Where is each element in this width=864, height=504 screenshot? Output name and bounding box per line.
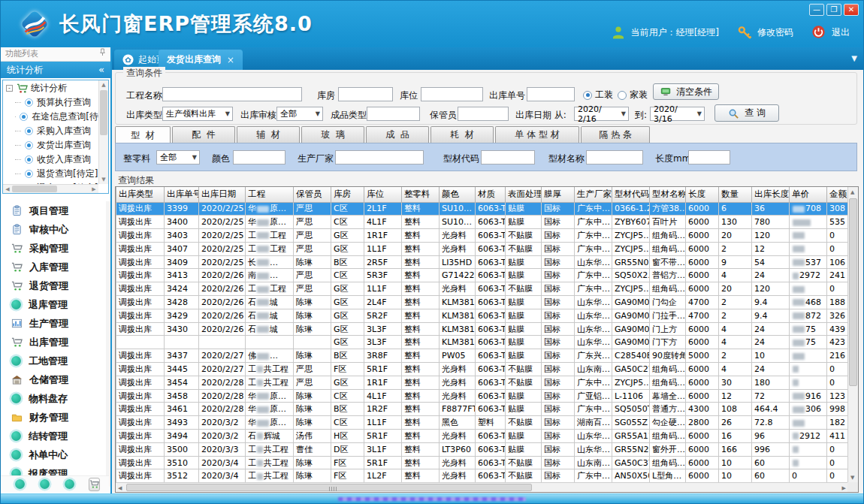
- search-button[interactable]: 查 询: [714, 104, 779, 122]
- material-tab[interactable]: 隔 热 条: [581, 126, 650, 143]
- tab-overflow-icon[interactable]: ▼: [851, 54, 857, 62]
- product-type-input[interactable]: [367, 107, 420, 121]
- table-row[interactable]: 调拨出库34292020/2/26石城陈琳G区5R2F整料KLM38176063…: [116, 309, 849, 322]
- column-header[interactable]: 单价: [790, 187, 827, 202]
- module-dot-icon[interactable]: [65, 479, 74, 489]
- sidebar-menu-item[interactable]: 审核中心: [1, 220, 109, 239]
- table-row[interactable]: 调拨出库34242020/2/26工工程严思G区1L1F整料光身料6063-T5…: [116, 282, 849, 296]
- table-row[interactable]: 调拨出库34092020/2/25长…陈琳B区2R5F整料LI35HD6063-…: [116, 255, 849, 269]
- color-input[interactable]: [233, 150, 285, 164]
- table-row[interactable]: 调拨出库34072020/2/25工工程严思G区1L1F整料光身料6063-T5…: [116, 242, 849, 255]
- material-tab[interactable]: 单 体 型 材: [495, 126, 579, 143]
- tree-root-node[interactable]: - 统计分析: [3, 80, 98, 95]
- tree-item[interactable]: 采购入库查询: [3, 124, 98, 138]
- sidebar-menu-item[interactable]: 退库管理: [1, 295, 109, 314]
- tab-shipping-outbound-query[interactable]: 发货出库查询 ×: [159, 50, 243, 70]
- column-header[interactable]: 出库类型: [116, 187, 165, 202]
- profile-name-input[interactable]: [586, 150, 643, 164]
- column-header[interactable]: 出库长度: [752, 187, 790, 202]
- sidebar-menu-scrollbar[interactable]: [106, 201, 110, 487]
- table-row[interactable]: 调拨出库34942020/3/2石辉城汤伟H区5R1F整料光身料6063-T5贴…: [116, 430, 849, 443]
- material-tab[interactable]: 配 件: [172, 126, 235, 143]
- radio-gongzhuang[interactable]: 工装: [583, 89, 613, 101]
- table-row[interactable]: 调拨出库35002020/3/3工共工程曹佳D区3L1F整料LT3P606063…: [116, 442, 849, 456]
- manufacturer-input[interactable]: [335, 150, 424, 164]
- column-header[interactable]: 金额: [827, 187, 849, 202]
- module-dot-icon[interactable]: [15, 479, 25, 489]
- column-header[interactable]: 数量: [719, 187, 752, 202]
- sidebar-section-header[interactable]: 统计分析 «: [1, 62, 110, 78]
- column-header[interactable]: 颜色: [440, 187, 476, 202]
- pin-icon[interactable]: [99, 47, 106, 61]
- column-header[interactable]: 膜厚: [542, 187, 575, 202]
- vertical-scrollbar[interactable]: ▲ ▼: [847, 187, 858, 483]
- tree-item[interactable]: 收货入库查询: [3, 152, 98, 167]
- sidebar-menu-item[interactable]: 财务管理: [1, 408, 109, 427]
- sidebar-menu-item[interactable]: 采购管理: [1, 239, 109, 258]
- column-header[interactable]: 整零料: [402, 187, 440, 202]
- profile-code-input[interactable]: [481, 150, 535, 164]
- table-row[interactable]: 调拨出库34282020/2/26石城陈琳G区2L4F整料KLM38176063…: [116, 296, 849, 309]
- tree-item[interactable]: 退货查询[待定]: [3, 167, 98, 181]
- tree-item[interactable]: 发货出库查询: [3, 138, 98, 152]
- module-dot-icon[interactable]: [40, 479, 50, 489]
- table-row[interactable]: 调拨出库34542020/2/28工共工程严思G区1R1F整料光身料6063-T…: [116, 376, 849, 389]
- warehouse-input[interactable]: [338, 87, 393, 101]
- sidebar-menu-item[interactable]: 工地管理: [1, 352, 109, 370]
- horizontal-scrollbar[interactable]: ◀ ▶: [116, 482, 848, 492]
- material-tab[interactable]: 耗 材: [430, 126, 494, 143]
- table-row[interactable]: 调拨出库35102020/3/4工共工程陈琳F区5R1F整料光身料6063-T5…: [116, 456, 849, 469]
- tree-vertical-scrollbar[interactable]: ▲▼: [98, 80, 108, 184]
- length-input[interactable]: [688, 150, 730, 164]
- maximize-button[interactable]: ❐: [826, 4, 841, 16]
- column-header[interactable]: 工程: [246, 187, 294, 202]
- material-tab[interactable]: 成 品: [366, 126, 429, 143]
- collapse-icon[interactable]: «: [98, 62, 104, 78]
- table-row[interactable]: 调拨出库34452020/2/27工共工程严思F区5R1F整料光身料6063-T…: [116, 363, 849, 376]
- tree-expand-icon[interactable]: -: [6, 85, 13, 92]
- cart-module-button[interactable]: [89, 478, 100, 491]
- sidebar-menu-item[interactable]: 出库管理: [1, 333, 109, 352]
- radio-jiazhuang[interactable]: 家装: [618, 89, 648, 101]
- close-button[interactable]: ✕: [844, 4, 859, 16]
- sidebar-menu-item[interactable]: 物料盘存: [1, 389, 109, 408]
- tab-close-icon[interactable]: ×: [227, 55, 234, 65]
- column-header[interactable]: 库房: [331, 187, 364, 202]
- horizontal-scrollbar-thumb[interactable]: [126, 484, 532, 491]
- date-from-picker[interactable]: 2020/ 2/16▼: [574, 107, 629, 121]
- table-row[interactable]: G区3L3F整料KLM38176063-T5贴膜国标山东华…GA90M09.门下…: [116, 336, 849, 349]
- sidebar-menu-item[interactable]: 结转管理: [1, 427, 109, 445]
- vertical-scrollbar-thumb[interactable]: [849, 198, 857, 386]
- out-type-select[interactable]: 生产领料出库▼: [162, 107, 233, 121]
- table-row[interactable]: 调拨出库34002020/2/25华原…严思C区4L1F整料SU10…6063-…: [116, 216, 849, 229]
- table-row[interactable]: 调拨出库34932020/3/2华原…陈琳C区1L1F整料黑色塑料不贴膜国标湖南…: [116, 416, 849, 430]
- sidebar-menu-item[interactable]: 项目管理: [1, 201, 109, 220]
- table-row[interactable]: 调拨出库34582020/2/28华原…陈琳C区4L1F整料光身料6063-T5…: [116, 389, 849, 403]
- sidebar-menu-item[interactable]: 仓储管理: [1, 370, 109, 389]
- minimize-button[interactable]: —: [809, 4, 824, 16]
- table-row[interactable]: 调拨出库34302020/2/26石城陈琳G区3L3F整料KLM38176063…: [116, 322, 849, 336]
- whole-piece-select[interactable]: 全部▼: [156, 150, 200, 164]
- order-no-input[interactable]: [527, 87, 575, 101]
- column-header[interactable]: 长度: [686, 187, 719, 202]
- table-row[interactable]: 调拨出库33992020/2/25华原…严思C区2L1F整料SU10…6063-…: [116, 202, 849, 216]
- table-row[interactable]: 调拨出库34372020/2/27佛…陈琳B区3R8F整料PW056063-T5…: [116, 349, 849, 363]
- column-header[interactable]: 出库日期: [199, 187, 246, 202]
- location-input[interactable]: [421, 87, 483, 101]
- sidebar-menu-item[interactable]: 补单中心: [1, 445, 109, 464]
- project-name-input[interactable]: [162, 87, 302, 101]
- table-row[interactable]: 调拨出库34132020/2/26南…严思C区5R3F整料G714226063-…: [116, 269, 849, 282]
- column-header[interactable]: 型材代码: [612, 187, 650, 202]
- table-row[interactable]: 调拨出库35122020/3/4工共工程陈琳F区1L2F整料光身料6063-T5…: [116, 469, 849, 483]
- sidebar-menu-item[interactable]: 生产管理: [1, 314, 109, 333]
- audit-select[interactable]: 全部▼: [276, 107, 323, 121]
- material-tab[interactable]: 玻 璃: [301, 126, 364, 143]
- column-header[interactable]: 材质: [476, 187, 506, 202]
- material-tab[interactable]: 型 材: [115, 126, 171, 143]
- sidebar-menu-item[interactable]: 入库管理: [1, 258, 109, 276]
- date-to-picker[interactable]: 2020/ 3/16▼: [650, 107, 705, 121]
- table-row[interactable]: 调拨出库34612020/2/28华原…陈琳B区1R2F整料F8877FT606…: [116, 403, 849, 416]
- column-header[interactable]: 生产厂家: [575, 187, 612, 202]
- column-header[interactable]: 库位: [364, 187, 402, 202]
- clear-conditions-button[interactable]: 清空条件: [653, 83, 719, 100]
